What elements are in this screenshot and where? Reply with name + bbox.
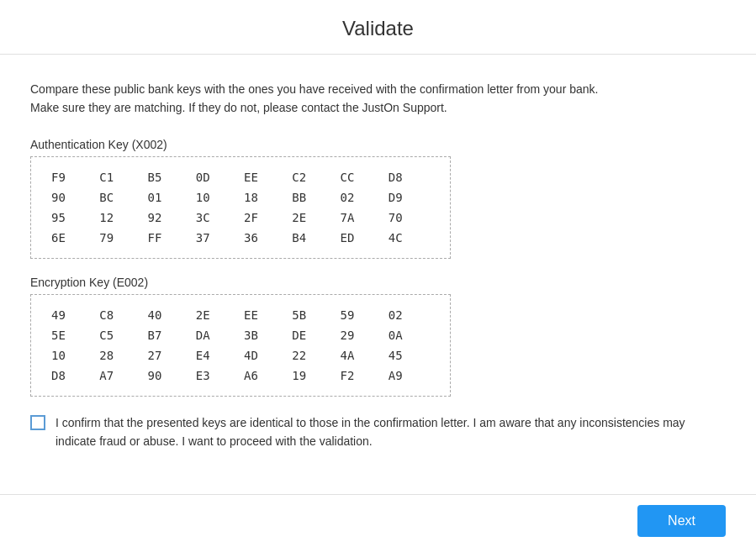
key-cell: 4A [337, 347, 385, 364]
key-cell: F9 [48, 169, 96, 186]
key-cell: D8 [385, 169, 433, 186]
key-cell: 49 [48, 307, 96, 323]
enc-key-label: Encryption Key (E002) [30, 276, 726, 289]
key-cell: B5 [145, 169, 193, 186]
confirm-section: I confirm that the presented keys are id… [30, 413, 726, 451]
key-cell: 37 [193, 229, 241, 246]
description-line1: Compare these public bank keys with the … [30, 80, 726, 98]
key-cell: 2E [288, 209, 336, 226]
key-cell: 95 [48, 209, 96, 226]
key-cell: A9 [385, 367, 433, 384]
key-cell: 2E [193, 307, 241, 323]
key-cell: EE [241, 307, 288, 323]
key-cell: 18 [241, 189, 288, 206]
key-cell: A6 [241, 367, 288, 384]
key-cell: 5B [288, 307, 336, 323]
key-cell: 59 [337, 307, 385, 323]
key-cell: 2F [241, 209, 288, 226]
confirm-checkbox[interactable] [30, 415, 45, 430]
key-cell: BC [96, 189, 144, 206]
page-footer: Next [0, 494, 756, 547]
key-cell: B7 [145, 327, 193, 344]
key-cell: 02 [385, 307, 433, 323]
key-cell: 90 [48, 189, 96, 206]
key-cell: F2 [337, 367, 385, 384]
key-cell: D8 [48, 367, 96, 384]
auth-key-grid: F9C1B50DEEC2CCD890BC011018BB02D99512923C… [48, 169, 433, 246]
key-cell: 0A [385, 327, 433, 344]
key-cell: E3 [193, 367, 241, 384]
key-cell: 6E [48, 229, 96, 246]
key-cell: 79 [96, 229, 144, 246]
key-cell: E4 [193, 347, 241, 364]
key-cell: 22 [288, 347, 336, 364]
key-cell: D9 [385, 189, 433, 206]
key-cell: 36 [241, 229, 288, 246]
key-cell: DE [288, 327, 336, 344]
key-cell: 7A [337, 209, 385, 226]
key-cell: 19 [288, 367, 336, 384]
key-cell: C2 [288, 169, 336, 186]
page-title: Validate [0, 17, 756, 40]
key-cell: 12 [96, 209, 144, 226]
description-block: Compare these public bank keys with the … [30, 80, 726, 118]
key-cell: A7 [96, 367, 144, 384]
key-cell: 27 [145, 347, 193, 364]
key-cell: CC [337, 169, 385, 186]
key-cell: DA [193, 327, 241, 344]
key-cell: C5 [96, 327, 144, 344]
auth-key-section: Authentication Key (X002) F9C1B50DEEC2CC… [30, 138, 726, 259]
key-cell: B4 [288, 229, 336, 246]
key-cell: 0D [193, 169, 241, 186]
key-cell: EE [241, 169, 288, 186]
key-cell: 5E [48, 327, 96, 344]
key-cell: 10 [48, 347, 96, 364]
key-cell: FF [145, 229, 193, 246]
key-cell: 29 [337, 327, 385, 344]
enc-key-box: 49C8402EEE5B59025EC5B7DA3BDE290A102827E4… [30, 294, 451, 397]
key-cell: 01 [145, 189, 193, 206]
auth-key-label: Authentication Key (X002) [30, 138, 726, 151]
key-cell: 3C [193, 209, 241, 226]
key-cell: 90 [145, 367, 193, 384]
enc-key-grid: 49C8402EEE5B59025EC5B7DA3BDE290A102827E4… [48, 307, 433, 384]
key-cell: 02 [337, 189, 385, 206]
next-button[interactable]: Next [637, 505, 726, 537]
key-cell: ED [337, 229, 385, 246]
description-line2: Make sure they are matching. If they do … [30, 98, 726, 117]
key-cell: 10 [193, 189, 241, 206]
auth-key-box: F9C1B50DEEC2CCD890BC011018BB02D99512923C… [30, 156, 451, 259]
key-cell: C8 [96, 307, 144, 323]
main-content: Compare these public bank keys with the … [0, 55, 756, 494]
key-cell: 4D [241, 347, 288, 364]
key-cell: 3B [241, 327, 288, 344]
key-cell: 28 [96, 347, 144, 364]
enc-key-section: Encryption Key (E002) 49C8402EEE5B59025E… [30, 276, 726, 397]
confirm-text: I confirm that the presented keys are id… [56, 413, 726, 451]
key-cell: 45 [385, 347, 433, 364]
key-cell: 92 [145, 209, 193, 226]
key-cell: 70 [385, 209, 433, 226]
page-header: Validate [0, 0, 756, 55]
key-cell: 40 [145, 307, 193, 323]
key-cell: BB [288, 189, 336, 206]
key-cell: C1 [96, 169, 144, 186]
key-cell: 4C [385, 229, 433, 246]
